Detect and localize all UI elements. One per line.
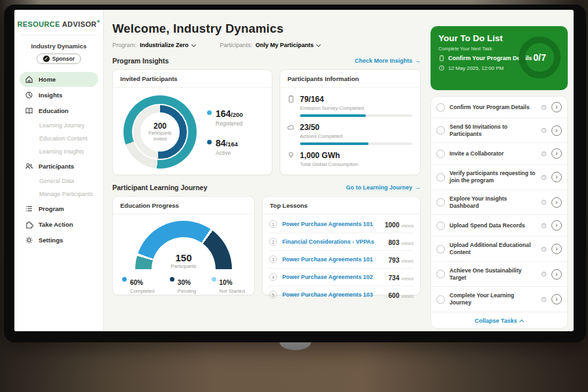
lesson-row: 1 Power Purchase Agreements 101 1000view…	[269, 216, 414, 233]
participants-filter-value: Only My Participants	[255, 42, 314, 48]
stat-label: Actions Completed	[300, 133, 412, 139]
sidebar-item-take-action[interactable]: Take Action	[20, 217, 98, 232]
legend-label: Registered	[216, 120, 243, 127]
task-checkbox[interactable]	[436, 245, 445, 253]
task-open-button[interactable]: ›	[551, 102, 562, 112]
task-open-button[interactable]: ›	[551, 220, 562, 231]
lesson-row: 2 Financial Considerations - VPPAs 803vi…	[269, 233, 414, 251]
lesson-link[interactable]: Power Purchase Agreements 103	[282, 291, 384, 298]
task-checkbox[interactable]	[436, 198, 445, 206]
main-content: Welcome, Industry Dynamics Program: Indu…	[104, 10, 429, 331]
sidebar-item-manage-participants[interactable]: Manage Participants	[20, 188, 98, 201]
gauge-center-label: Participants	[135, 263, 232, 269]
task-open-button[interactable]: ›	[551, 148, 562, 159]
sidebar-item-settings[interactable]: Settings	[20, 233, 98, 248]
legend-pct: 30%	[178, 279, 191, 286]
progress-bar	[300, 142, 412, 145]
lesson-views: 793	[389, 257, 400, 264]
sidebar-item-learning-insights[interactable]: Learning Insights	[20, 145, 98, 158]
legend-label: Completed	[130, 288, 155, 294]
lesson-rank: 5	[269, 291, 277, 299]
legend-pct: 60%	[130, 279, 143, 286]
program-insights-title: Program Insights	[112, 57, 169, 65]
insights-icon	[25, 91, 33, 99]
lesson-views: 803	[389, 239, 400, 246]
sidebar-item-education[interactable]: Education	[20, 103, 98, 118]
task-label: Invite a Collaborator	[449, 150, 536, 157]
lightbulb-icon	[287, 151, 295, 159]
clipboard-icon	[287, 95, 295, 103]
lesson-link[interactable]: Power Purchase Agreements 101	[282, 221, 380, 227]
sidebar-item-general-data[interactable]: General Data	[20, 174, 98, 188]
task-checkbox[interactable]	[436, 126, 445, 135]
education-progress-card: Education Progress 150 Participants	[112, 196, 255, 295]
legend-pct: 10%	[220, 279, 233, 286]
sidebar-item-home[interactable]: Home	[20, 72, 98, 87]
program-dropdown[interactable]: Program: Industrialize Zero	[112, 42, 195, 48]
lesson-row: 5 Power Purchase Agreements 103 600views	[269, 286, 414, 303]
clock-icon	[541, 199, 547, 205]
task-row-verify-participants[interactable]: Verify participants requesting to join t…	[431, 165, 567, 189]
lesson-rank: 1	[269, 220, 277, 228]
task-checkbox[interactable]	[436, 221, 445, 230]
donut-center-label: ParticipantsInvited	[148, 131, 172, 142]
task-open-button[interactable]: ›	[551, 197, 562, 208]
sidebar-item-program[interactable]: Program	[20, 201, 98, 216]
sidebar-item-participants[interactable]: Participants	[20, 159, 98, 174]
clock-icon	[541, 297, 547, 302]
collapse-label: Collapse Tasks	[475, 318, 517, 324]
task-row-achieve-target[interactable]: Achieve One Sustainability Target ›	[431, 262, 567, 287]
stat-label: Emission Survey Completed	[300, 105, 412, 111]
task-open-button[interactable]: ›	[551, 244, 562, 254]
todo-column: Your To Do List Complete Your Next Task:…	[429, 10, 574, 331]
task-open-button[interactable]: ›	[551, 125, 562, 136]
views-word: views	[401, 240, 414, 246]
legend-pending: 30% Pending	[170, 276, 197, 294]
sidebar-item-insights[interactable]: Insights	[20, 88, 98, 103]
sidebar-item-education-content[interactable]: Education Content	[20, 132, 98, 145]
task-open-button[interactable]: ›	[551, 269, 562, 280]
task-row-upload-educational-content[interactable]: Upload Additional Educational Content ›	[431, 237, 567, 261]
collapse-tasks-link[interactable]: Collapse Tasks	[431, 312, 567, 328]
stat-actions-completed: 23/50 Actions Completed	[287, 121, 412, 145]
legend-value: 164	[216, 108, 231, 119]
nav-label: Insights	[39, 91, 62, 99]
lesson-views: 600	[389, 292, 400, 299]
card-title: Invited Participants	[113, 70, 272, 88]
stat-global-consumption: 1,000 GWh Total Global Consumption	[287, 149, 412, 167]
lesson-link[interactable]: Power Purchase Agreements 101	[282, 256, 384, 263]
todo-due-date: 12 May 2025, 12:00 PM	[448, 65, 504, 71]
task-open-button[interactable]: ›	[551, 294, 562, 304]
check-more-insights-link[interactable]: Check More Insights →	[355, 57, 421, 64]
sidebar-item-learning-journey[interactable]: Learning Journey	[20, 119, 98, 132]
task-checkbox[interactable]	[436, 103, 445, 112]
task-checkbox[interactable]	[436, 150, 445, 158]
task-checkbox[interactable]	[436, 295, 445, 304]
task-row-complete-learning-journey[interactable]: Complete Your Learning Journey ›	[431, 287, 567, 312]
dashboard-screen: RESOURCE ADVISOR+ Industry Dynamics ✓ Sp…	[14, 10, 574, 331]
views-word: views	[401, 276, 414, 282]
legend-registered: 164/200 Registered	[207, 108, 243, 127]
task-open-button[interactable]: ›	[551, 172, 562, 182]
task-row-confirm-program[interactable]: Confirm Your Program Details ›	[431, 97, 567, 118]
go-to-learning-journey-link[interactable]: Go to Learning Journey →	[346, 184, 421, 191]
lesson-link[interactable]: Power Purchase Agreements 102	[282, 274, 384, 280]
participants-information-card: Participants Information 79/164 Emission…	[280, 69, 421, 175]
lesson-link[interactable]: Financial Considerations - VPPAs	[282, 238, 384, 245]
participants-dropdown[interactable]: Participants: Only My Participants	[220, 42, 321, 48]
clock-icon	[541, 223, 547, 229]
task-row-invite-collaborator[interactable]: Invite a Collaborator ›	[431, 143, 567, 165]
task-row-explore-insights[interactable]: Explore Your Insights Dashboard ›	[431, 190, 567, 215]
task-row-upload-spend-data[interactable]: Upload Spend Data Records ›	[431, 215, 567, 237]
task-row-send-invitations[interactable]: Send 50 Invitations to Participants ›	[431, 118, 567, 143]
progress-bar	[300, 114, 412, 117]
logo-advisor: ADVISOR	[62, 20, 97, 28]
task-checkbox[interactable]	[436, 270, 445, 278]
card-title: Top Lessons	[263, 197, 420, 214]
progress-fill	[300, 142, 368, 145]
sponsor-badge[interactable]: ✓ Sponsor	[37, 54, 81, 64]
sponsor-label: Sponsor	[52, 56, 74, 62]
task-checkbox[interactable]	[436, 173, 445, 182]
sidebar-nav: Home Insights Education Learning Journey…	[14, 72, 103, 248]
task-label: Verify participants requesting to join t…	[449, 170, 536, 184]
